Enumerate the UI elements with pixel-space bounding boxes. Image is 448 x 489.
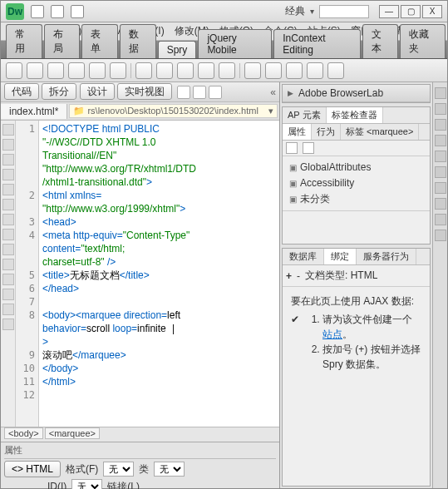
html-mode-button[interactable]: <> HTML [4,461,61,477]
multiscreen-icon[interactable] [193,86,206,99]
code-tool-button[interactable] [2,184,14,195]
dock-icon[interactable] [435,135,446,146]
category-tab[interactable]: InContext Editing [273,29,361,58]
remove-binding-button[interactable]: - [297,270,300,282]
dock-icon[interactable] [435,151,446,162]
attribute-group[interactable]: ▣GlobalAttributes [286,160,426,175]
bindings-tab[interactable]: 数据库 [283,249,324,264]
code-tool-button[interactable] [2,124,14,136]
workspace-label[interactable]: 经典 [285,4,305,18]
view-button[interactable]: 拆分 [42,83,76,100]
toolbar-button[interactable] [265,62,282,79]
format-select[interactable]: 无 [103,462,134,477]
properties-title: 属性 [4,444,276,459]
category-tab[interactable]: 表单 [81,24,118,58]
category-tab[interactable]: 常用 [6,24,42,58]
toolbar-button[interactable] [110,62,126,79]
workspace-dropdown-icon[interactable]: ▾ [310,7,314,16]
path-dropdown-icon[interactable]: ▾ [268,106,273,116]
close-button[interactable]: X [422,5,442,18]
toolbar-button[interactable] [135,62,152,79]
minimize-button[interactable]: — [379,5,399,18]
toolbar-button[interactable] [219,62,235,79]
ap-tab[interactable]: 标签检查器 [327,107,383,123]
category-tab[interactable]: 数据 [120,24,156,58]
dock-icon[interactable] [435,119,446,131]
category-tab[interactable]: Spry [158,41,197,58]
code-tool-button[interactable] [2,199,14,210]
toolbar-button[interactable] [27,62,43,79]
bindings-tab[interactable]: 服务器行为 [357,249,416,264]
view-button[interactable]: 代码 [4,83,39,100]
code-tool-button[interactable] [2,304,14,315]
toolbar-button[interactable] [198,62,214,79]
toolbar-button[interactable] [6,62,22,79]
toolbar-button[interactable] [177,62,194,79]
format-label: 格式(F) [66,462,98,477]
code-tool-button[interactable] [2,319,14,330]
tag-path-item[interactable]: <marquee> [45,427,100,439]
site-icon[interactable] [71,5,84,18]
category-view-icon[interactable] [286,142,298,154]
view-button[interactable]: 设计 [80,83,115,100]
code-tool-button[interactable] [2,154,14,165]
code-tool-button[interactable] [2,214,14,225]
extend-icon[interactable] [51,5,64,18]
code-area[interactable]: <!DOCTYPE html PUBLIC"-//W3C//DTD XHTML … [39,121,279,427]
attribute-grid[interactable] [283,210,430,244]
class-select[interactable]: 无 [154,462,185,477]
view-extra-icons [177,86,222,99]
add-binding-button[interactable]: + [286,270,292,282]
search-input[interactable] [319,5,369,18]
view-button[interactable]: 实时视图 [117,83,172,100]
css-tab[interactable]: 属性 [283,124,312,140]
code-tool-button[interactable] [2,259,14,270]
code-tool-button[interactable] [2,289,14,300]
attribute-group[interactable]: ▣未分类 [286,191,426,207]
browser-preview-icon[interactable] [209,86,222,99]
panel-collapse-icon[interactable]: « [270,86,276,98]
css-tabs: 属性行为标签 <marquee> [283,124,430,141]
category-tab[interactable]: 收藏夹 [400,24,446,58]
bindings-step: 按加号 (+) 按钮并选择Spry 数据集。 [322,342,421,372]
toolbar-button[interactable] [156,62,173,79]
css-tab[interactable]: 行为 [312,124,341,140]
dock-icon[interactable] [435,214,446,225]
dock-icon[interactable] [435,166,446,178]
code-tool-button[interactable] [2,139,14,151]
attribute-group[interactable]: ▣Accessibility [286,175,426,191]
dock-icon[interactable] [435,103,446,115]
css-tab[interactable]: 标签 <marquee> [341,124,419,140]
panel-group: ▶ Adobe BrowserLab AP 元素标签检查器 属性行为标签 <ma… [280,82,447,488]
category-tab[interactable]: jQuery Mobile [198,29,272,58]
class-label: 类 [139,462,149,477]
code-tool-button[interactable] [2,244,14,255]
panel-browserlab-header[interactable]: ▶ Adobe BrowserLab [283,85,430,102]
dock-icon[interactable] [435,87,446,99]
id-select[interactable]: 无 [71,479,102,489]
dock-icon[interactable] [435,230,446,241]
toolbar-button[interactable] [244,62,261,79]
code-tool-button[interactable] [2,229,14,240]
document-tab[interactable]: index.html* [1,104,67,119]
document-pane: 代码 拆分 设计 实时视图 « index.html* 📁 rs\lenovo\… [1,82,280,488]
layout-icon[interactable] [31,5,44,18]
toolbar-button[interactable] [307,62,323,79]
toolbar-button[interactable] [68,62,85,79]
toolbar-button[interactable] [327,62,344,79]
toolbar-button[interactable] [286,62,303,79]
code-tool-button[interactable] [2,274,14,285]
dock-icon[interactable] [435,182,446,194]
tag-path-item[interactable]: <body> [4,427,43,439]
list-view-icon[interactable] [303,142,314,154]
category-tab[interactable]: 文本 [362,24,399,58]
code-tool-button[interactable] [2,169,14,180]
bindings-tab[interactable]: 绑定 [324,249,357,264]
toolbar-button[interactable] [89,62,106,79]
dock-icon[interactable] [435,198,446,210]
ap-tab[interactable]: AP 元素 [283,107,327,123]
toolbar-button[interactable] [47,62,64,79]
inspect-icon[interactable] [177,86,190,99]
category-tab[interactable]: 布局 [44,24,81,58]
maximize-button[interactable]: ▢ [401,5,421,18]
